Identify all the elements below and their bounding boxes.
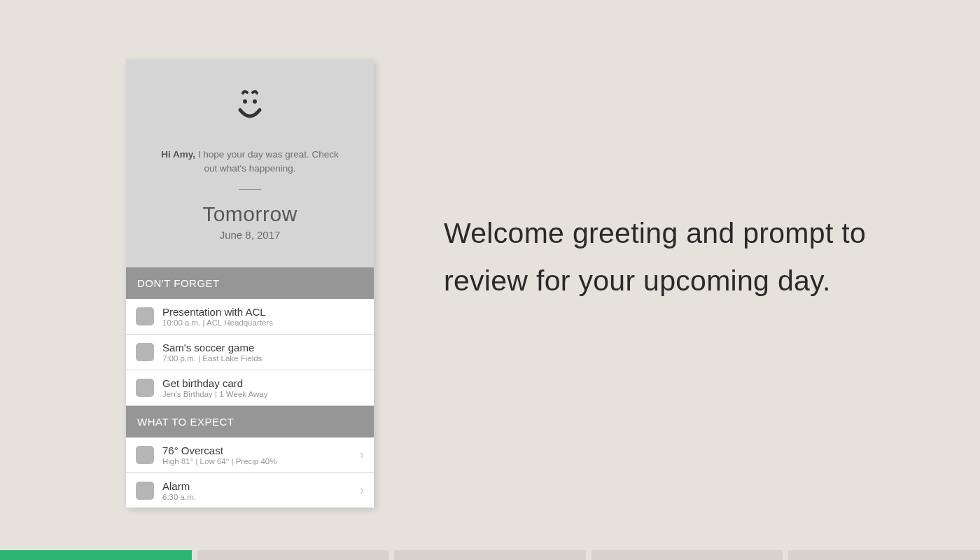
date-subtitle: June 8, 2017 xyxy=(126,229,374,241)
item-content: Alarm 6:30 a.m. xyxy=(162,480,354,501)
item-title: Get birthday card xyxy=(162,377,364,389)
item-subtitle: High 81° | Low 64° | Precip 40% xyxy=(162,457,354,465)
item-subtitle: 6:30 a.m. xyxy=(162,493,354,501)
greeting-message: I hope your day was great. Check out wha… xyxy=(195,149,339,174)
day-heading: Tomorrow xyxy=(126,202,374,226)
placeholder-icon xyxy=(136,379,154,397)
progress-segment[interactable] xyxy=(788,550,980,560)
greeting-name: Hi Amy, xyxy=(161,149,195,160)
greeting-text: Hi Amy, I hope your day was great. Check… xyxy=(126,148,374,176)
item-title: Alarm xyxy=(162,480,354,492)
progress-segment[interactable] xyxy=(197,550,389,560)
chevron-right-icon: › xyxy=(360,483,364,498)
expect-item-weather[interactable]: 76° Overcast High 81° | Low 64° | Precip… xyxy=(126,438,374,473)
chevron-right-icon: › xyxy=(360,447,364,462)
item-title: Presentation with ACL xyxy=(162,306,364,318)
reminder-item[interactable]: Get birthday card Jen's Birthday | 1 Wee… xyxy=(126,370,374,406)
item-content: Get birthday card Jen's Birthday | 1 Wee… xyxy=(162,377,364,398)
header-section: Hi Amy, I hope your day was great. Check… xyxy=(126,59,374,241)
placeholder-icon xyxy=(136,307,154,326)
item-subtitle: 7:00 p.m. | East Lake Fields xyxy=(162,354,364,363)
item-title: 76° Overcast xyxy=(162,444,354,456)
item-content: Sam's soccer game 7:00 p.m. | East Lake … xyxy=(162,342,364,363)
placeholder-icon xyxy=(136,343,154,361)
item-subtitle: Jen's Birthday | 1 Week Away xyxy=(162,390,364,398)
slide-description: Welcome greeting and prompt to review fo… xyxy=(444,210,892,304)
progress-bar xyxy=(0,550,980,560)
expect-item-alarm[interactable]: Alarm 6:30 a.m. › xyxy=(126,473,374,508)
item-content: 76° Overcast High 81° | Low 64° | Precip… xyxy=(162,444,354,465)
item-content: Presentation with ACL 10:00 a.m. | ACL H… xyxy=(162,306,364,327)
placeholder-icon xyxy=(136,446,154,464)
placeholder-icon xyxy=(136,482,154,500)
svg-point-0 xyxy=(243,99,247,104)
reminder-item[interactable]: Sam's soccer game 7:00 p.m. | East Lake … xyxy=(126,335,374,370)
progress-segment[interactable] xyxy=(394,550,586,560)
item-subtitle: 10:00 a.m. | ACL Headquarters xyxy=(162,318,364,327)
smile-logo-icon xyxy=(233,89,267,125)
svg-point-1 xyxy=(253,99,257,104)
section-header-what-to-expect: WHAT TO EXPECT xyxy=(126,406,374,438)
item-title: Sam's soccer game xyxy=(162,342,364,354)
progress-segment[interactable] xyxy=(592,550,783,560)
progress-segment-active[interactable] xyxy=(0,550,192,560)
phone-mockup: Hi Amy, I hope your day was great. Check… xyxy=(126,59,374,507)
section-header-dont-forget: DON'T FORGET xyxy=(126,267,374,299)
reminder-item[interactable]: Presentation with ACL 10:00 a.m. | ACL H… xyxy=(126,299,374,335)
divider-line xyxy=(239,189,261,190)
